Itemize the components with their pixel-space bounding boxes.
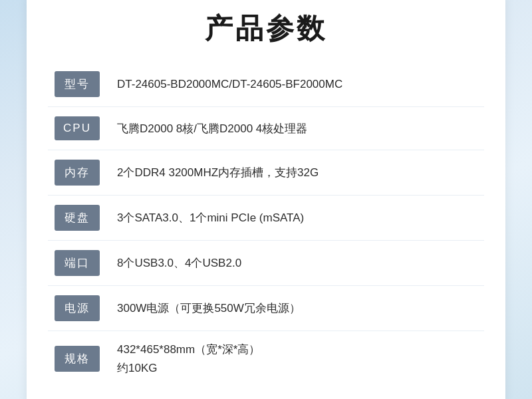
spec-label-box: 规格 (55, 346, 100, 372)
spec-value: 432*465*88mm（宽*深*高）约10KG (106, 331, 484, 386)
spec-value: 3个SATA3.0、1个mini PCIe (mSATA) (106, 196, 484, 241)
product-specs-card: 产品参数 型号DT-24605-BD2000MC/DT-24605-BF2000… (27, 0, 505, 399)
table-row: 端口8个USB3.0、4个USB2.0 (48, 241, 484, 286)
table-row: 硬盘3个SATA3.0、1个mini PCIe (mSATA) (48, 196, 484, 241)
spec-value: DT-24605-BD2000MC/DT-24605-BF2000MC (106, 62, 484, 107)
spec-value: 飞腾D2000 8核/飞腾D2000 4核处理器 (106, 107, 484, 150)
table-row: 型号DT-24605-BD2000MC/DT-24605-BF2000MC (48, 62, 484, 107)
table-row: 内存2个DDR4 3200MHZ内存插槽，支持32G (48, 150, 484, 196)
table-row: 电源300W电源（可更换550W冗余电源） (48, 286, 484, 331)
spec-label-box: 硬盘 (55, 205, 100, 231)
spec-label-box: 电源 (55, 295, 100, 321)
spec-label-box: 内存 (55, 160, 100, 186)
page-title: 产品参数 (48, 10, 484, 47)
spec-value: 2个DDR4 3200MHZ内存插槽，支持32G (106, 150, 484, 196)
spec-table: 型号DT-24605-BD2000MC/DT-24605-BF2000MCCPU… (48, 62, 484, 386)
spec-value: 8个USB3.0、4个USB2.0 (106, 241, 484, 286)
table-row: 规格432*465*88mm（宽*深*高）约10KG (48, 331, 484, 386)
spec-label-box: 端口 (55, 250, 100, 276)
spec-label-box: 型号 (55, 71, 100, 97)
spec-value: 300W电源（可更换550W冗余电源） (106, 286, 484, 331)
table-row: CPU飞腾D2000 8核/飞腾D2000 4核处理器 (48, 107, 484, 150)
spec-label-box: CPU (55, 116, 100, 140)
